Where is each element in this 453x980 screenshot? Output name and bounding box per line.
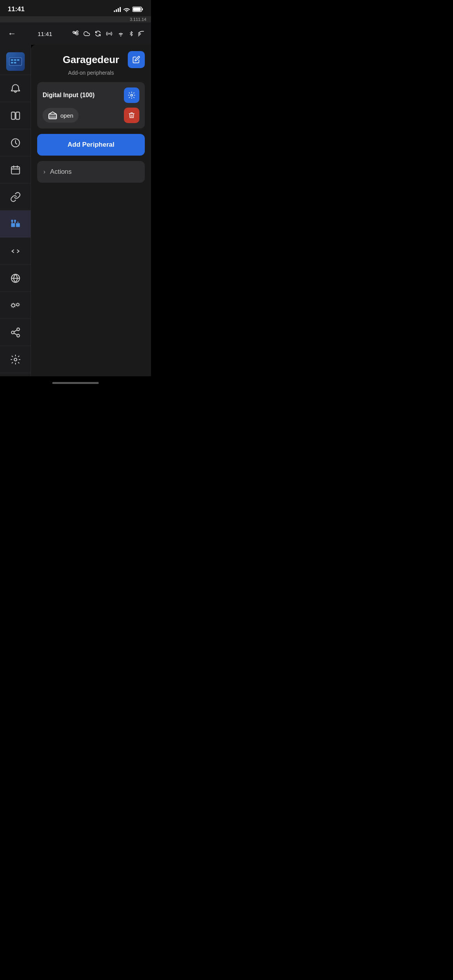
- pencil-icon: [132, 56, 140, 63]
- main-layout: Garagedeur Add-on peripherals Digital In…: [0, 45, 151, 376]
- peripheral-settings-button[interactable]: [124, 87, 139, 103]
- version-bar: 3.111.14: [0, 16, 151, 22]
- sidebar-item-links[interactable]: [0, 183, 31, 211]
- sidebar-item-cards[interactable]: [0, 102, 31, 129]
- status-badge: open: [43, 108, 79, 123]
- cloud-icon[interactable]: [83, 30, 91, 37]
- svg-point-18: [12, 221, 13, 223]
- add-peripheral-button[interactable]: Add Peripheral: [37, 134, 145, 156]
- sidebar-item-device[interactable]: [0, 48, 31, 75]
- svg-rect-13: [11, 166, 19, 174]
- peripheral-header: Digital Input (100): [43, 87, 139, 103]
- actions-chevron-icon: ›: [43, 168, 45, 175]
- sidebar-item-settings[interactable]: [0, 346, 31, 373]
- bluetooth-icon[interactable]: [129, 30, 134, 37]
- bell-icon: [10, 83, 21, 94]
- cards-icon: [10, 110, 21, 121]
- device-icon: [6, 52, 25, 71]
- gear-icon: [10, 354, 21, 365]
- svg-rect-10: [11, 112, 15, 119]
- svg-rect-9: [14, 62, 16, 63]
- link-icon: [10, 192, 21, 202]
- svg-rect-15: [16, 223, 20, 227]
- svg-point-3: [108, 33, 110, 34]
- wifi-nav-icon[interactable]: [117, 30, 125, 37]
- svg-rect-7: [17, 59, 19, 61]
- svg-point-19: [14, 221, 15, 223]
- clock-icon: [10, 137, 21, 148]
- svg-rect-1: [142, 9, 143, 10]
- peripheral-card: Digital Input (100): [37, 82, 145, 128]
- actions-label: Actions: [50, 168, 72, 176]
- svg-rect-14: [11, 223, 15, 227]
- svg-rect-11: [16, 112, 19, 119]
- blocks-icon: [10, 218, 21, 230]
- calendar-icon: [10, 164, 21, 175]
- status-bar: 11:41: [0, 0, 151, 16]
- sidebar-item-notifications[interactable]: [0, 75, 31, 102]
- status-icons: [114, 7, 143, 12]
- content-area: Garagedeur Add-on peripherals Digital In…: [31, 45, 151, 376]
- sidebar-item-code[interactable]: [0, 238, 31, 265]
- svg-point-26: [17, 334, 19, 337]
- wifi-icon: [123, 7, 130, 12]
- svg-rect-8: [11, 62, 13, 63]
- radio-icon[interactable]: [105, 30, 113, 37]
- peripheral-gear-icon: [128, 91, 136, 99]
- share-node-icon: [10, 327, 21, 338]
- status-time: 11:41: [8, 5, 24, 13]
- svg-rect-6: [14, 59, 16, 61]
- page-subtitle: Add-on peripherals: [37, 70, 145, 76]
- sidebar-item-calendar[interactable]: [0, 156, 31, 183]
- signal-bars-icon: [114, 7, 121, 12]
- nav-bar: ← 11:41: [0, 22, 151, 45]
- page-header: Garagedeur: [37, 51, 145, 68]
- code-icon: [10, 246, 21, 257]
- nav-time: 11:41: [38, 31, 52, 37]
- garage-door-icon: [48, 111, 57, 120]
- actions-row[interactable]: › Actions: [37, 161, 145, 183]
- svg-point-25: [11, 331, 14, 334]
- peripheral-body: open: [43, 108, 139, 123]
- svg-point-28: [131, 94, 133, 96]
- back-button[interactable]: ←: [6, 27, 18, 40]
- home-bar: [52, 382, 99, 384]
- svg-point-20: [17, 221, 19, 223]
- share-icon[interactable]: [72, 30, 79, 37]
- nav-right-icons: [72, 30, 145, 37]
- svg-rect-2: [133, 8, 141, 11]
- page-title: Garagedeur: [54, 54, 128, 66]
- svg-rect-29: [49, 114, 57, 119]
- edit-button[interactable]: [128, 51, 145, 68]
- peripheral-title: Digital Input (100): [43, 92, 94, 99]
- status-text: open: [60, 112, 73, 119]
- sidebar-item-settings-multi[interactable]: [0, 292, 31, 319]
- settings-multi-icon: [9, 300, 22, 311]
- trash-icon: [128, 111, 135, 119]
- svg-rect-5: [11, 59, 13, 61]
- svg-point-24: [17, 328, 19, 331]
- cast-icon[interactable]: [138, 30, 145, 37]
- refresh-icon[interactable]: [94, 30, 101, 37]
- sidebar-item-clock[interactable]: [0, 129, 31, 156]
- sidebar: [0, 45, 31, 376]
- globe-icon: [10, 273, 21, 284]
- peripheral-delete-button[interactable]: [124, 108, 139, 123]
- sidebar-item-share[interactable]: [0, 319, 31, 346]
- home-indicator: [0, 376, 151, 389]
- battery-icon: [132, 7, 143, 12]
- svg-point-27: [14, 358, 17, 361]
- svg-rect-4: [9, 58, 22, 65]
- sidebar-item-blocks[interactable]: [0, 211, 31, 238]
- sidebar-item-globe[interactable]: [0, 265, 31, 292]
